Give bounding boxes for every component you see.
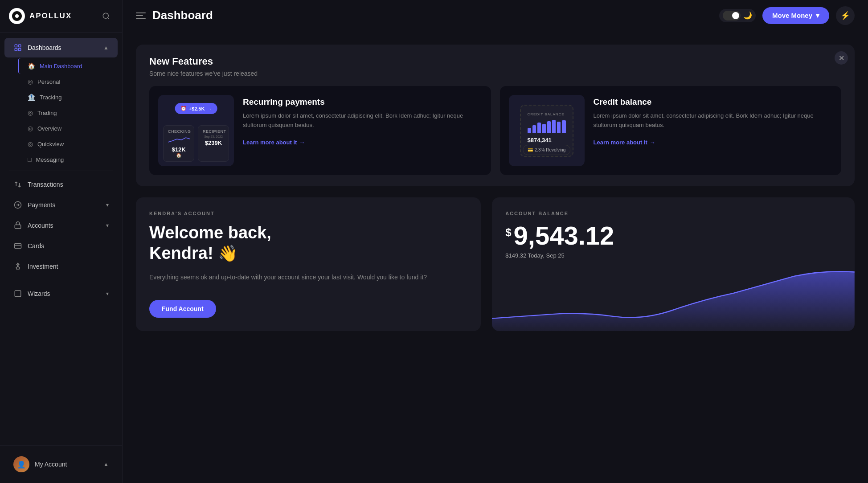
bolt-button[interactable]: ⚡ xyxy=(836,6,855,25)
balance-card: ACCOUNT BALANCE $ 9,543.12 $149.32 Today… xyxy=(492,197,855,331)
features-banner: New Features Some nice features we've ju… xyxy=(136,45,855,186)
sidebar-item-label: Main Dashboard xyxy=(40,63,82,70)
sidebar-item-trading[interactable]: ◎ Trading xyxy=(18,105,118,120)
logo-icon xyxy=(9,8,25,24)
moon-icon: 🌙 xyxy=(743,11,752,20)
welcome-heading: Welcome back, Kendra! 👋 xyxy=(149,223,467,263)
payments-chevron-icon: ▾ xyxy=(106,202,109,208)
personal-icon: ◎ xyxy=(28,78,33,85)
sidebar-item-cards[interactable]: Cards xyxy=(4,236,118,256)
recurring-payments-illustration: ⏰ +$2.5K → CHECKING xyxy=(158,95,234,166)
nav-dashboards-label: Dashboards xyxy=(28,44,61,51)
page-title: Dashboard xyxy=(152,8,213,22)
main-content: New Features Some nice features we've ju… xyxy=(123,31,868,483)
account-label: KENDRA'S ACCOUNT xyxy=(149,211,467,216)
arrow-right-icon-2: → xyxy=(650,139,655,146)
credit-balance-title: Credit balance xyxy=(594,97,833,107)
logo: APOLLUX xyxy=(9,8,72,24)
sidebar-item-quickview[interactable]: ◎ Quickview xyxy=(18,136,118,151)
sidebar-item-investment[interactable]: Investment xyxy=(4,257,118,276)
credit-balance-illustration: CREDIT BALANCE xyxy=(509,95,585,166)
sidebar-item-my-account[interactable]: 👤 My Account ▲ xyxy=(4,451,118,478)
recurring-payments-content: Recurring payments Lorem ipsum dolor sit… xyxy=(243,95,482,146)
recurring-payments-desc: Lorem ipsum dolor sit amet, consectetur … xyxy=(243,111,482,130)
main-area: Dashboard 🌙 Move Money ▾ ⚡ New Features … xyxy=(123,0,868,483)
wave-emoji: 👋 xyxy=(218,244,238,262)
balance-amount: $ 9,543.12 xyxy=(505,223,841,249)
balance-label: ACCOUNT BALANCE xyxy=(505,211,841,216)
bottom-section: KENDRA'S ACCOUNT Welcome back, Kendra! 👋… xyxy=(136,197,855,331)
sidebar-item-accounts[interactable]: Accounts ▾ xyxy=(4,216,118,235)
search-icon[interactable] xyxy=(99,9,113,23)
recipient-card: RECIPIENT Sep 25, 2022 $239K xyxy=(198,125,229,162)
feature-card-credit-balance: CREDIT BALANCE xyxy=(500,86,842,175)
toggle-track[interactable] xyxy=(723,11,741,20)
investment-icon xyxy=(13,262,22,271)
move-money-label: Move Money xyxy=(772,12,812,19)
tracking-icon: 🏦 xyxy=(28,94,35,101)
rp-pill: ⏰ +$2.5K → xyxy=(175,103,217,114)
svg-line-1 xyxy=(107,17,109,19)
close-button[interactable]: ✕ xyxy=(835,51,848,65)
bolt-icon: ⚡ xyxy=(840,11,850,20)
features-banner-subtitle: Some nice features we've just released xyxy=(149,70,841,77)
wizards-label: Wizards xyxy=(28,290,50,297)
sidebar-bottom: 👤 My Account ▲ xyxy=(0,445,122,483)
sidebar-item-wizards[interactable]: Wizards ▾ xyxy=(4,284,118,303)
fund-account-button[interactable]: Fund Account xyxy=(149,300,216,318)
dashboards-sub-items: 🏠 Main Dashboard ◎ Personal 🏦 Tracking ◎… xyxy=(0,58,122,167)
accounts-icon xyxy=(13,221,22,230)
svg-rect-3 xyxy=(19,45,21,47)
welcome-description: Everything seems ok and up-to-date with … xyxy=(149,272,467,282)
recurring-payments-link[interactable]: Learn more about it → xyxy=(243,135,482,146)
nav-dashboards-section: Dashboards ▲ 🏠 Main Dashboard ◎ Personal… xyxy=(0,33,122,309)
welcome-card: KENDRA'S ACCOUNT Welcome back, Kendra! 👋… xyxy=(136,197,481,331)
sidebar-item-personal[interactable]: ◎ Personal xyxy=(18,74,118,89)
credit-balance-desc: Lorem ipsum dolor sit amet, consectetur … xyxy=(594,111,833,130)
transactions-label: Transactions xyxy=(28,181,63,188)
sidebar-item-label: Messaging xyxy=(36,156,64,163)
balance-number: 9,543.12 xyxy=(514,223,614,249)
clock-icon: ⏰ xyxy=(180,106,187,111)
transactions-icon xyxy=(13,180,22,189)
balance-today-change: $149.32 Today, Sep 25 xyxy=(505,252,841,259)
cards-label: Cards xyxy=(28,242,44,250)
wizards-icon xyxy=(13,289,22,298)
sidebar-item-messaging[interactable]: □ Messaging xyxy=(18,152,118,167)
balance-chart xyxy=(492,268,855,331)
sidebar-item-transactions[interactable]: Transactions xyxy=(4,175,118,194)
home-mini-icon: 🏠 xyxy=(168,153,189,158)
toggle-thumb xyxy=(732,12,739,19)
nav-group-dashboards[interactable]: Dashboards ▲ xyxy=(4,38,118,57)
svg-rect-4 xyxy=(15,49,17,51)
messaging-icon: □ xyxy=(28,156,31,163)
my-account-chevron-icon: ▲ xyxy=(103,461,109,467)
sidebar-item-label: Personal xyxy=(37,78,60,85)
investment-label: Investment xyxy=(28,263,58,270)
credit-balance-bars xyxy=(528,120,566,133)
sidebar-item-label: Overview xyxy=(37,125,61,132)
theme-toggle[interactable]: 🌙 xyxy=(719,9,756,22)
credit-balance-link[interactable]: Learn more about it → xyxy=(594,135,833,146)
feature-cards-container: ⏰ +$2.5K → CHECKING xyxy=(149,86,841,175)
sidebar-item-tracking[interactable]: 🏦 Tracking xyxy=(18,90,118,105)
sidebar-item-main-dashboard[interactable]: 🏠 Main Dashboard xyxy=(18,58,118,74)
checking-card: CHECKING $12K 🏠 xyxy=(163,125,194,162)
accounts-label: Accounts xyxy=(28,222,53,229)
accounts-chevron-icon: ▾ xyxy=(106,222,109,229)
trading-icon: ◎ xyxy=(28,109,33,116)
cards-icon xyxy=(13,242,22,250)
sidebar-logo-area: APOLLUX xyxy=(0,0,122,33)
sidebar: APOLLUX Dashboards ▲ xyxy=(0,0,123,483)
sidebar-item-label: Quickview xyxy=(37,141,64,147)
sidebar-item-payments[interactable]: Payments ▾ xyxy=(4,195,118,215)
chevron-down-icon: ▾ xyxy=(816,12,819,20)
wizards-chevron-icon: ▾ xyxy=(106,291,109,297)
sidebar-item-overview[interactable]: ◎ Overview xyxy=(18,121,118,136)
svg-rect-2 xyxy=(15,45,17,47)
move-money-button[interactable]: Move Money ▾ xyxy=(762,7,829,24)
quickview-icon: ◎ xyxy=(28,140,33,147)
menu-icon[interactable] xyxy=(136,12,146,19)
svg-rect-8 xyxy=(15,244,21,249)
home-icon: 🏠 xyxy=(28,62,35,70)
